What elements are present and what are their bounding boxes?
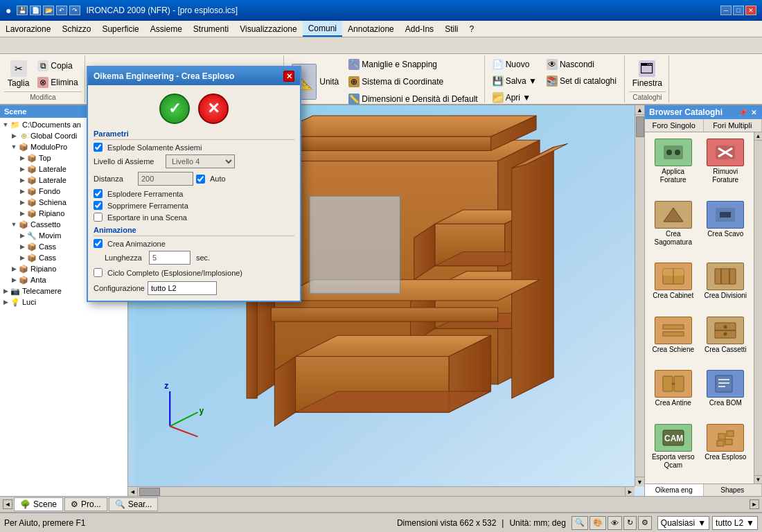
catalog-scroll-down[interactable]: ▼ (754, 475, 762, 484)
catalog-item-crea-cabinet[interactable]: Crea Cabinet (648, 259, 699, 312)
menu-superficie[interactable]: Superficie (96, 21, 144, 37)
livello-select[interactable]: Livello 4 (166, 154, 235, 168)
catalog-item-applica-forature[interactable]: Applica Forature (648, 135, 699, 196)
scroll-h-thumb[interactable] (139, 488, 160, 496)
auto-checkbox[interactable] (196, 175, 205, 184)
scroll-v-thumb[interactable] (636, 116, 644, 137)
app-min-button[interactable]: ─ (720, 6, 732, 15)
coordinate-button[interactable]: ⊕ Sistema di Coordinate (345, 74, 481, 89)
app-close-button[interactable]: ✕ (745, 6, 756, 15)
tree-expander-luci[interactable]: ▶ (1, 298, 10, 306)
catalog-item-crea-esploso[interactable]: Crea Esploso (700, 420, 752, 481)
tree-expander-laterale1[interactable]: ▶ (18, 165, 26, 173)
quick-new-btn[interactable]: 📄 (30, 6, 41, 15)
scroll-h-right[interactable]: ► (625, 487, 635, 496)
catalog-item-rimuovi-forature[interactable]: Rimuovi Forature (700, 135, 752, 196)
menu-addins[interactable]: Add-Ins (400, 21, 439, 37)
dialog-ok-button[interactable]: ✓ (159, 94, 190, 124)
nascondi-button[interactable]: 👁 Nascondi (543, 57, 620, 72)
catalog-bot-tab-shapes[interactable]: Shapes (704, 484, 763, 496)
dialog-cancel-button[interactable]: ✕ (198, 94, 229, 124)
config-input[interactable] (148, 281, 217, 295)
catalog-item-crea-schiene[interactable]: Crea Schiene (648, 313, 699, 366)
catalog-item-esporta-qcam[interactable]: CAM Esporta verso Qcam (648, 420, 699, 481)
dialog-close-button[interactable]: ✕ (283, 71, 294, 82)
tree-expander-modulopro[interactable]: ▼ (10, 143, 18, 151)
scroll-vertical[interactable]: ▲ ▼ (635, 105, 644, 486)
menu-schizzo[interactable]: Schizzo (56, 21, 96, 37)
quality-dropdown[interactable]: Qualsiasi ▼ (657, 516, 709, 530)
catalog-item-crea-sagomatura[interactable]: Crea Sagomatura (648, 197, 699, 258)
tree-expander-cassetto[interactable]: ▼ (10, 220, 18, 229)
scroll-v-up[interactable]: ▲ (635, 105, 644, 115)
render-btn[interactable]: 🎨 (590, 516, 606, 530)
scroll-horizontal[interactable]: ◄ ► (128, 486, 635, 496)
menu-lavorazione[interactable]: Lavorazione (0, 21, 56, 37)
quick-save-btn[interactable]: 💾 (17, 6, 28, 15)
catalog-item-crea-cassetti[interactable]: Crea Cassetti (700, 313, 752, 366)
tree-expander-schiena[interactable]: ▶ (18, 198, 26, 206)
tree-expander-fondo[interactable]: ▶ (18, 187, 26, 195)
tree-expander-cass2[interactable]: ▶ (18, 254, 26, 262)
catalog-bot-tab-oikema[interactable]: Oikema eng (645, 484, 704, 496)
quick-redo-btn[interactable]: ↷ (69, 6, 80, 15)
catalog-item-crea-antine[interactable]: Crea Antine (648, 366, 699, 419)
config-dropdown[interactable]: tutto L2 ▼ (712, 516, 758, 530)
settings-btn[interactable]: ⚙ (638, 516, 652, 530)
tree-expander-ripiano2[interactable]: ▶ (10, 265, 18, 273)
apri-button[interactable]: 📂 Apri ▼ (489, 90, 540, 105)
set-cataloghi-button[interactable]: 📚 Set di cataloghi (543, 73, 620, 89)
ciclo-checkbox[interactable] (94, 268, 103, 277)
taglia-button[interactable]: ✂ Taglia (4, 58, 33, 90)
view-btn[interactable]: 👁 (608, 516, 622, 530)
tree-expander-ripiano1[interactable]: ▶ (18, 209, 26, 218)
copia-button[interactable]: ⧉ Copia (34, 58, 81, 73)
menu-assieme[interactable]: Assieme (145, 21, 188, 37)
menu-annotazione[interactable]: Annotazione (342, 21, 400, 37)
menu-comuni[interactable]: Comuni (303, 21, 342, 37)
bottom-tab-scene[interactable]: 🌳 Scene (14, 497, 63, 511)
esplodere-checkbox[interactable] (94, 189, 103, 198)
tree-expander-anta[interactable]: ▶ (10, 276, 18, 284)
bottom-tab-pro[interactable]: ⚙ Pro... (64, 497, 107, 511)
elimina-button[interactable]: ⊗ Elimina (34, 75, 81, 90)
tree-expander-cass1[interactable]: ▶ (18, 242, 26, 251)
quick-undo-btn[interactable]: ↶ (56, 6, 67, 15)
lunghezza-input[interactable] (149, 251, 190, 265)
nuovo-button[interactable]: 📄 Nuovo (489, 57, 540, 72)
catalog-pin-btn[interactable]: 📌 (737, 109, 748, 116)
distanza-input[interactable] (138, 172, 193, 186)
finestra-button[interactable]: 🗔 Finestra (629, 58, 666, 90)
bottom-scroll-left[interactable]: ◄ (3, 499, 12, 509)
tree-expander-movim[interactable]: ▶ (18, 231, 26, 240)
maniglie-button[interactable]: 🔧 Maniglie e Snapping (345, 57, 481, 72)
quick-open-btn[interactable]: 📂 (43, 6, 54, 15)
tree-expander-global[interactable]: ▶ (10, 132, 18, 140)
scroll-v-down[interactable]: ▼ (635, 477, 644, 486)
sopprimere-checkbox[interactable] (94, 201, 103, 210)
rotate-btn[interactable]: ↻ (623, 516, 637, 530)
menu-strumenti[interactable]: Strumenti (188, 21, 234, 37)
zoom-btn[interactable]: 🔍 (572, 516, 588, 530)
app-max-button[interactable]: □ (733, 6, 744, 15)
dimensioni-button[interactable]: 📏 Dimensioni e Densità di Default (345, 91, 481, 107)
tree-expander[interactable]: ▼ (1, 121, 10, 129)
catalog-close-btn[interactable]: ✕ (750, 109, 758, 116)
salva-button[interactable]: 💾 Salva ▼ (489, 73, 540, 89)
esportare-checkbox[interactable] (94, 213, 103, 222)
catalog-scrollbar[interactable]: ▲ ▼ (754, 132, 762, 484)
bottom-tab-sear[interactable]: 🔍 Sear... (109, 497, 159, 511)
tree-expander-top[interactable]: ▶ (18, 154, 26, 162)
catalog-item-crea-scavo[interactable]: Crea Scavo (700, 197, 752, 258)
catalog-item-crea-bom[interactable]: Crea BOM (700, 366, 752, 419)
catalog-tab-foro-singolo[interactable]: Foro Singolo (645, 119, 704, 132)
esplode-checkbox[interactable] (94, 143, 103, 152)
tree-expander-telecamere[interactable]: ▶ (1, 287, 10, 295)
catalog-scroll-up[interactable]: ▲ (754, 132, 762, 141)
menu-help[interactable]: ? (463, 21, 479, 37)
tree-expander-laterale2[interactable]: ▶ (18, 176, 26, 184)
catalog-tab-fori-multipli[interactable]: Fori Multipli (704, 119, 763, 132)
catalog-item-crea-divisioni[interactable]: Crea Divisioni (700, 259, 752, 312)
menu-visualizzazione[interactable]: Visualizzazione (234, 21, 303, 37)
crea-anim-checkbox[interactable] (94, 239, 103, 248)
